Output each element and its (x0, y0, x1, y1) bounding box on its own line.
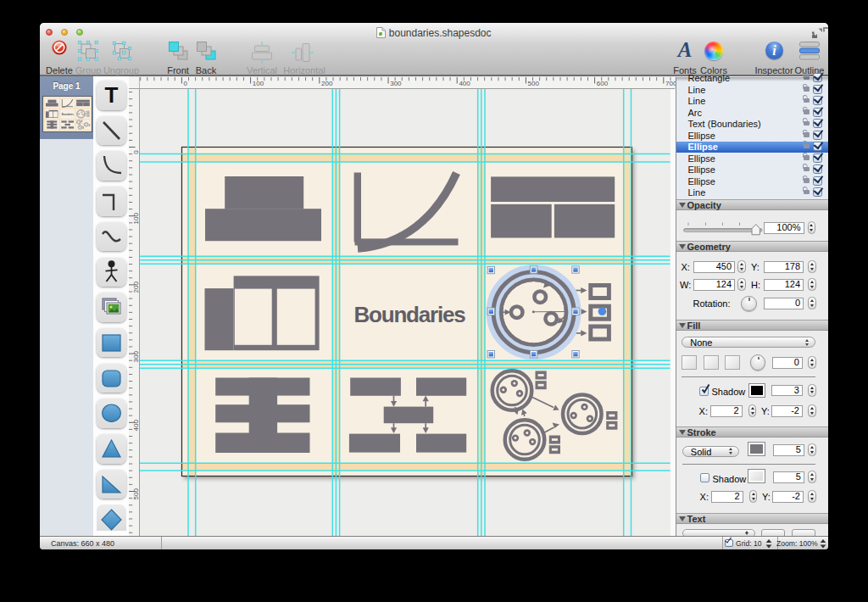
svg-text:T: T (105, 82, 119, 108)
